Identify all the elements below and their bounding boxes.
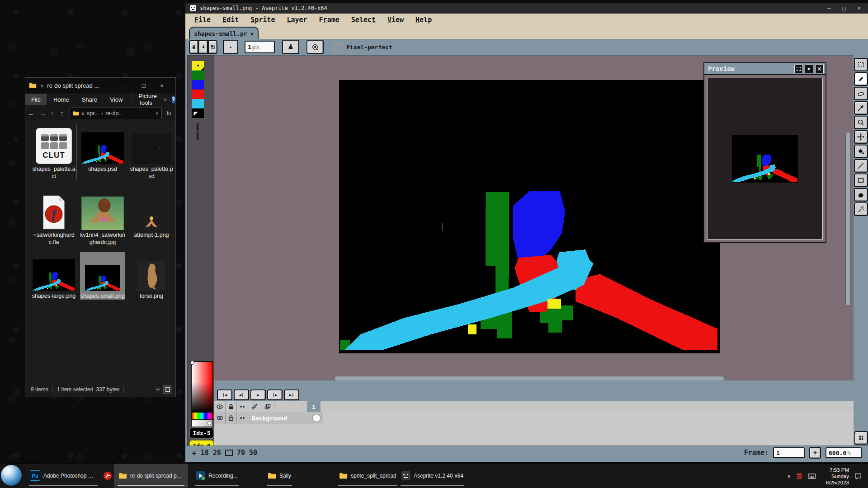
address-box[interactable]: « spr... › re-do... ∨ xyxy=(70,108,162,119)
last-frame-button[interactable]: ▶| xyxy=(284,389,299,400)
taskbar-button-adobe-photoshop-cc[interactable]: PsAdobe Photoshop CC... xyxy=(25,464,101,488)
aseprite-titlebar[interactable]: shapes-small.png - Aseprite v1.2.40-x64 … xyxy=(185,3,868,14)
timeline-splitter[interactable] xyxy=(214,380,854,388)
brush-dropdown-button[interactable] xyxy=(198,40,208,54)
menu-select[interactable]: Select xyxy=(351,16,376,24)
minimize-icon[interactable]: — xyxy=(117,82,135,89)
clock[interactable]: 7:53 PM Sunday 6/25/2023 xyxy=(826,467,849,486)
breadcrumb-parent[interactable]: spr... xyxy=(87,110,99,117)
lock-icon[interactable] xyxy=(226,401,237,412)
palette-swatch-0[interactable] xyxy=(192,61,204,70)
continuous-dots-icon[interactable] xyxy=(237,401,248,412)
ribbon-collapse-icon[interactable]: ∨ xyxy=(164,97,167,103)
brush-options-button[interactable] xyxy=(208,40,217,54)
next-frame-button[interactable]: |▶ xyxy=(267,389,283,400)
preview-play-button[interactable] xyxy=(805,65,813,73)
thumbnail-view-icon[interactable] xyxy=(164,385,172,394)
tool-rect-select[interactable] xyxy=(854,58,868,71)
brush-size-input[interactable]: 1 px xyxy=(245,41,275,53)
taskbar-button-re-do-split-spread-pose[interactable]: re-do split spread pose xyxy=(114,464,188,488)
tool-zoom[interactable] xyxy=(854,116,868,129)
file-item[interactable]: shapes_palette.psd xyxy=(129,125,174,180)
ink-button[interactable] xyxy=(282,40,299,54)
preview-header[interactable]: Preview xyxy=(704,63,826,75)
palette-swatch-5[interactable] xyxy=(192,108,204,118)
tool-pencil[interactable] xyxy=(854,72,868,86)
zoom-input[interactable]: 600.0 % xyxy=(826,447,862,458)
value-slider[interactable] xyxy=(191,420,213,427)
touch-keyboard-icon[interactable] xyxy=(808,473,816,479)
layers-icon[interactable] xyxy=(261,401,274,412)
details-view-icon[interactable] xyxy=(154,385,162,394)
tool-eraser[interactable] xyxy=(854,87,868,100)
menu-file[interactable]: File xyxy=(194,16,211,24)
foreground-index-button[interactable]: Idx-5 xyxy=(189,427,214,439)
up-icon[interactable]: ↑ xyxy=(56,109,68,117)
tab-close-icon[interactable]: × xyxy=(250,31,254,37)
hue-slider[interactable] xyxy=(191,413,213,420)
preview-center-button[interactable] xyxy=(794,65,803,73)
menu-frame[interactable]: Frame xyxy=(319,16,340,24)
tool-line[interactable] xyxy=(854,159,868,173)
color-gradient-picker[interactable] xyxy=(191,361,213,413)
ribbon-tab-view[interactable]: View xyxy=(104,94,128,105)
layer-dots-icon[interactable] xyxy=(237,412,248,424)
ribbon-tab-home[interactable]: Home xyxy=(47,94,75,105)
prev-frame-button[interactable]: ◀| xyxy=(234,389,249,400)
menu-view[interactable]: View xyxy=(387,16,404,24)
cel-thumbnail[interactable] xyxy=(310,412,323,424)
tool-bucket[interactable] xyxy=(854,145,868,158)
file-item[interactable]: shapes-small.png xyxy=(80,252,125,300)
tray-app-icon[interactable] xyxy=(796,472,803,480)
palette-swatch-2[interactable] xyxy=(192,80,204,89)
brush-lock-button[interactable] xyxy=(189,40,198,54)
layer-background[interactable]: Background xyxy=(248,412,310,424)
notification-center-icon[interactable] xyxy=(854,473,862,480)
tool-rectangle[interactable] xyxy=(854,174,868,187)
dynamics-button[interactable] xyxy=(307,40,324,54)
palette-swatch-3[interactable] xyxy=(192,89,204,99)
file-item[interactable]: attempt-1.png xyxy=(129,191,174,239)
help-icon[interactable]: ? xyxy=(172,96,175,103)
play-button[interactable]: ▶ xyxy=(250,389,266,400)
layer-lock-icon[interactable] xyxy=(226,412,237,424)
preview-close-icon[interactable] xyxy=(815,65,824,73)
tool-eyedropper[interactable] xyxy=(854,101,868,115)
menu-edit[interactable]: Edit xyxy=(222,16,239,24)
ribbon-tab-share[interactable]: Share xyxy=(76,94,104,105)
address-dropdown-icon[interactable]: ∨ xyxy=(156,111,159,116)
taskbar-button-sally[interactable]: Sally xyxy=(263,464,296,488)
file-item[interactable]: CLUTshapes_palette.act xyxy=(31,125,76,180)
tray-chevron-icon[interactable]: ∧ xyxy=(787,473,791,479)
frame-number-cell[interactable]: 1 xyxy=(307,401,321,412)
maximize-icon[interactable]: □ xyxy=(135,82,153,89)
file-item[interactable]: f~salworkinghardc.fla xyxy=(31,191,76,246)
breadcrumb-current[interactable]: re-do... xyxy=(105,110,123,117)
tool-contour[interactable] xyxy=(854,188,868,202)
eye-icon[interactable] xyxy=(214,401,226,412)
refresh-icon[interactable]: ↻ xyxy=(162,110,175,117)
ribbon-tab-file[interactable]: File xyxy=(25,94,47,105)
canvas-vertical-scrollbar[interactable] xyxy=(845,132,851,305)
pixel-perfect-checkbox[interactable] xyxy=(334,43,342,52)
menu-sprite[interactable]: Sprite xyxy=(250,16,275,24)
start-button[interactable] xyxy=(1,465,22,486)
taskbar-button-sprite-split-spread[interactable]: sprite_split_spread xyxy=(335,464,401,488)
taskbar-button-recording[interactable]: Recording... xyxy=(192,464,242,488)
maximize-icon[interactable]: □ xyxy=(843,5,846,11)
tool-move[interactable] xyxy=(854,130,868,144)
close-icon[interactable]: × xyxy=(153,82,171,89)
add-frame-button[interactable]: + xyxy=(809,447,821,459)
forward-icon[interactable]: → xyxy=(37,109,49,117)
taskbar-button-aseprite-v1-2-40-x64[interactable]: Aseprite v1.2.40-x64 xyxy=(397,464,468,488)
file-item[interactable]: shapes-large.png xyxy=(31,252,76,300)
timeline-settings-button[interactable] xyxy=(854,431,868,445)
close-icon[interactable]: × xyxy=(858,5,861,11)
first-frame-button[interactable]: |◀ xyxy=(217,389,232,400)
timeline-layer-row[interactable]: Background xyxy=(214,412,854,424)
file-item[interactable]: shapes.psd xyxy=(80,125,125,173)
quick-access-arrow-icon[interactable]: ∨ xyxy=(40,83,43,88)
frame-input[interactable]: 1 xyxy=(773,447,805,458)
recent-locations-icon[interactable]: ∨ xyxy=(49,111,56,116)
layer-eye-icon[interactable] xyxy=(214,412,226,424)
